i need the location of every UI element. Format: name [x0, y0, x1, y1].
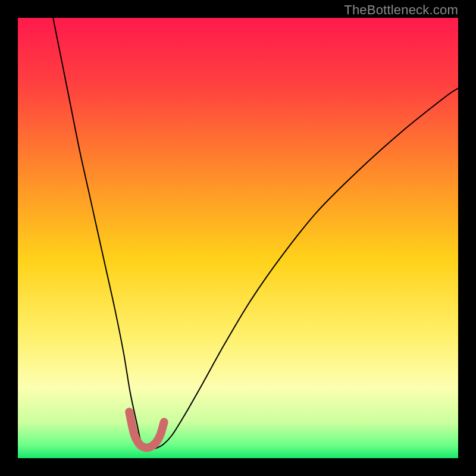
gradient-background [18, 18, 458, 458]
watermark-text: TheBottleneck.com [344, 2, 458, 18]
chart-frame: TheBottleneck.com [0, 0, 476, 476]
bottleneck-chart [18, 18, 458, 458]
plot-area [18, 18, 458, 458]
